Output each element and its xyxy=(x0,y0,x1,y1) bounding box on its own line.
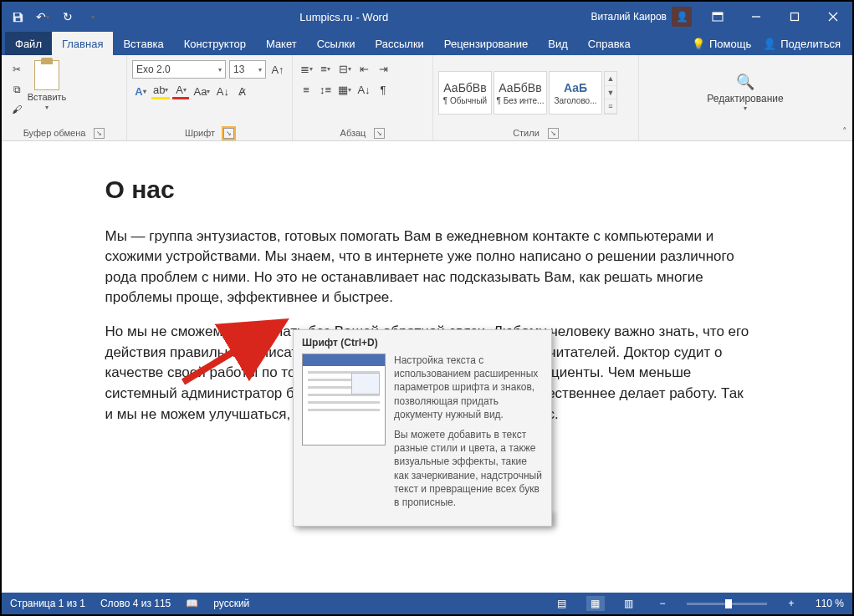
svg-rect-5 xyxy=(791,13,799,21)
window-title: Lumpics.ru - Word xyxy=(104,11,584,23)
save-icon[interactable] xyxy=(7,6,28,28)
font-name-select[interactable]: Exo 2.0▾ xyxy=(132,60,226,79)
decrease-indent-button[interactable]: ⇤ xyxy=(355,60,372,77)
word-window: ↶▾ ↻ ▾ Lumpics.ru - Word Виталий Каиров … xyxy=(0,0,854,616)
change-case-button[interactable]: Aa▾ xyxy=(192,83,212,99)
tab-references[interactable]: Ссылки xyxy=(307,32,366,55)
styles-launcher[interactable]: ↘ xyxy=(548,128,559,139)
spellcheck-icon[interactable]: 📖 xyxy=(186,598,198,609)
tab-home[interactable]: Главная xyxy=(52,32,113,55)
group-clipboard: ✂ ⧉ 🖌 Вставить ▾ Буфер обмена↘ xyxy=(2,55,127,140)
document-area[interactable]: О нас Мы — группа энтузиастов, готовых п… xyxy=(2,141,852,593)
tooltip-title: Шрифт (Ctrl+D) xyxy=(302,337,543,349)
user-name-label: Виталий Каиров xyxy=(591,11,667,23)
doc-paragraph-1: Мы — группа энтузиастов, готовых помогат… xyxy=(105,227,749,309)
clipboard-icon xyxy=(34,60,59,90)
ribbon: ✂ ⧉ 🖌 Вставить ▾ Буфер обмена↘ Exo 2.0▾ … xyxy=(2,55,852,141)
ribbon-tabs: Файл Главная Вставка Конструктор Макет С… xyxy=(2,32,852,55)
styles-gallery-nav[interactable]: ▲▼≡ xyxy=(604,71,617,115)
style-heading1[interactable]: АаБЗаголово... xyxy=(549,71,602,115)
tab-help[interactable]: Справка xyxy=(578,32,641,55)
group-editing: 🔍 Редактирование ▾ xyxy=(639,55,852,140)
doc-heading: О нас xyxy=(105,171,749,208)
paste-button[interactable]: Вставить ▾ xyxy=(27,59,67,111)
svg-rect-3 xyxy=(713,13,723,15)
highlight-button[interactable]: ab▾ xyxy=(151,83,170,99)
svg-rect-1 xyxy=(15,18,20,21)
copy-icon[interactable]: ⧉ xyxy=(8,82,25,97)
tooltip-preview-icon xyxy=(302,354,386,445)
shading-button[interactable]: ▦▾ xyxy=(336,81,353,98)
web-layout-icon[interactable]: ▥ xyxy=(620,596,638,611)
print-layout-icon[interactable]: ▦ xyxy=(586,596,605,611)
read-mode-icon[interactable]: ▤ xyxy=(553,596,571,611)
grow-font-button[interactable]: A↑ xyxy=(269,61,286,78)
group-paragraph: ≣▾ ≡▾ ⊟▾ ⇤ ⇥ ≡ ↕≡ ▦▾ A↓ ¶ Абзац↘ xyxy=(293,55,433,140)
zoom-slider[interactable] xyxy=(687,603,767,605)
qat-customize-icon[interactable]: ▾ xyxy=(82,6,104,28)
status-page[interactable]: Страница 1 из 1 xyxy=(10,598,85,609)
font-launcher[interactable]: ↘ xyxy=(223,128,234,139)
show-marks-button[interactable]: ¶ xyxy=(375,81,391,98)
tab-design[interactable]: Конструктор xyxy=(174,32,256,55)
shrink-font-button[interactable]: A↓ xyxy=(214,83,231,99)
font-dialog-tooltip: Шрифт (Ctrl+D) Настройка текста с исполь… xyxy=(293,329,552,527)
text-effects-button[interactable]: A▾ xyxy=(132,83,149,99)
clipboard-launcher[interactable]: ↘ xyxy=(94,128,105,139)
titlebar-right: Виталий Каиров 👤 xyxy=(584,2,852,32)
maximize-button[interactable] xyxy=(775,2,814,32)
tooltip-text-1: Настройка текста с использованием расшир… xyxy=(394,354,543,421)
user-account[interactable]: Виталий Каиров 👤 xyxy=(584,7,698,27)
status-bar: Страница 1 из 1 Слово 4 из 115 📖 русский… xyxy=(2,593,852,614)
align-left-button[interactable]: ≡ xyxy=(298,81,314,98)
paragraph-launcher[interactable]: ↘ xyxy=(374,128,385,139)
avatar-icon: 👤 xyxy=(672,7,692,27)
status-words[interactable]: Слово 4 из 115 xyxy=(100,598,171,609)
titlebar: ↶▾ ↻ ▾ Lumpics.ru - Word Виталий Каиров … xyxy=(2,2,852,32)
zoom-in-button[interactable]: + xyxy=(782,596,800,611)
editing-label[interactable]: Редактирование xyxy=(707,93,783,104)
zoom-level[interactable]: 110 % xyxy=(816,598,844,609)
close-button[interactable] xyxy=(814,2,852,32)
font-color-button[interactable]: A▾ xyxy=(172,83,189,99)
bullets-button[interactable]: ≣▾ xyxy=(298,60,314,77)
zoom-out-button[interactable]: − xyxy=(653,596,672,611)
svg-rect-0 xyxy=(14,13,19,16)
group-font: Exo 2.0▾ 13▾ A↑ A▾ ab▾ A▾ Aa▾ A↓ A̷ Шриф… xyxy=(127,55,293,140)
tab-review[interactable]: Рецензирование xyxy=(434,32,538,55)
share-icon: 👤 xyxy=(763,38,776,50)
clear-formatting-button[interactable]: A̷ xyxy=(233,83,250,99)
tell-me-button[interactable]: 💡Помощь xyxy=(692,38,751,50)
undo-icon[interactable]: ↶▾ xyxy=(32,6,54,28)
font-size-select[interactable]: 13▾ xyxy=(229,60,266,79)
tab-mailings[interactable]: Рассылки xyxy=(365,32,433,55)
multilevel-button[interactable]: ⊟▾ xyxy=(336,60,353,77)
sort-button[interactable]: A↓ xyxy=(355,81,372,98)
tab-layout[interactable]: Макет xyxy=(256,32,307,55)
collapse-ribbon-icon[interactable]: ˄ xyxy=(842,126,847,137)
tab-view[interactable]: Вид xyxy=(538,32,578,55)
format-painter-icon[interactable]: 🖌 xyxy=(8,102,25,117)
tooltip-text-2: Вы можете добавить в текст разные стили … xyxy=(394,428,543,509)
increase-indent-button[interactable]: ⇥ xyxy=(375,60,391,77)
redo-icon[interactable]: ↻ xyxy=(57,6,79,28)
ribbon-display-options-icon[interactable] xyxy=(698,2,737,32)
quick-access-toolbar: ↶▾ ↻ ▾ xyxy=(2,6,104,28)
style-normal[interactable]: АаБбВв¶ Обычный xyxy=(438,71,492,115)
numbering-button[interactable]: ≡▾ xyxy=(317,60,334,77)
status-language[interactable]: русский xyxy=(213,598,249,609)
lightbulb-icon: 💡 xyxy=(692,38,705,50)
find-icon[interactable]: 🔍 xyxy=(736,73,754,93)
style-no-spacing[interactable]: АаБбВв¶ Без инте... xyxy=(493,71,547,115)
group-styles: АаБбВв¶ Обычный АаБбВв¶ Без инте... АаБЗ… xyxy=(433,55,639,140)
minimize-button[interactable] xyxy=(737,2,775,32)
cut-icon[interactable]: ✂ xyxy=(8,62,25,77)
share-button[interactable]: 👤Поделиться xyxy=(763,38,841,50)
line-spacing-button[interactable]: ↕≡ xyxy=(317,81,334,98)
tab-insert[interactable]: Вставка xyxy=(113,32,173,55)
tab-file[interactable]: Файл xyxy=(5,32,52,55)
